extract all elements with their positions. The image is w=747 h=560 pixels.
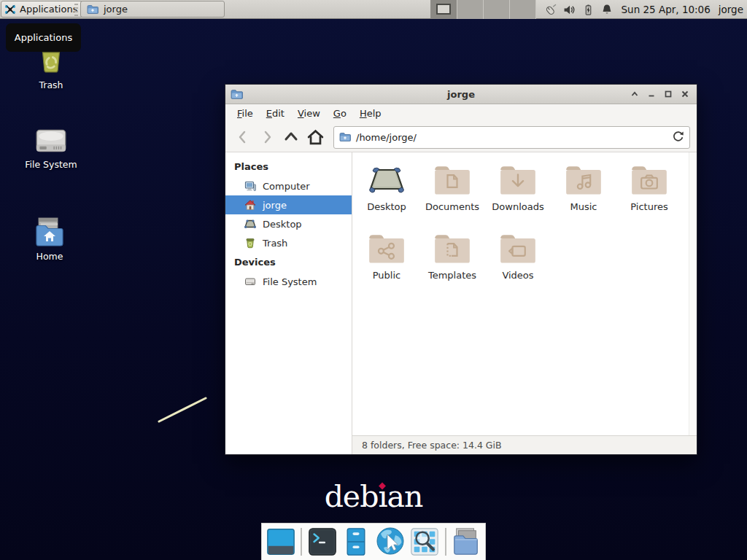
file-item-documents[interactable]: Documents: [419, 163, 485, 212]
desktop-icon-label: Home: [36, 251, 63, 262]
file-item-label: Documents: [425, 201, 479, 212]
file-item-public[interactable]: Public: [354, 231, 419, 281]
folder-documents-icon: [433, 163, 471, 196]
workspace-2[interactable]: [457, 0, 484, 19]
home-folder-icon: [32, 216, 67, 248]
folder-icon: [87, 4, 98, 15]
sidebar-item-computer[interactable]: Computer: [225, 176, 352, 195]
web-browser-button[interactable]: [374, 525, 406, 559]
up-button[interactable]: [280, 126, 302, 148]
sidebar-item-label: Trash: [263, 238, 287, 249]
sidebar-item-filesystem[interactable]: File System: [225, 272, 352, 291]
file-item-label: Desktop: [367, 201, 406, 212]
window-titlebar[interactable]: jorge: [225, 85, 697, 104]
file-item-label: Music: [570, 201, 597, 212]
main-column: Desktop Documents: [352, 152, 697, 454]
taskbar-window-button[interactable]: jorge: [80, 1, 225, 18]
desktop-icon-label: Trash: [39, 79, 63, 90]
file-manager-button[interactable]: [341, 525, 371, 559]
applications-icon: [4, 4, 16, 15]
volume-icon[interactable]: [563, 4, 576, 16]
applications-menu-label: Applications: [20, 4, 77, 15]
sidebar-item-label: Desktop: [263, 219, 302, 230]
window-title: jorge: [225, 89, 697, 100]
menubar: File Edit View Go Help: [225, 104, 697, 122]
file-item-label: Videos: [502, 270, 533, 281]
workspace-switcher[interactable]: [430, 0, 536, 19]
notification-bell-icon[interactable]: [601, 4, 614, 16]
tooltip-label: Applications: [15, 32, 72, 43]
mouse-device-icon[interactable]: [544, 4, 557, 16]
devices-header: Devices: [225, 252, 352, 272]
applications-tooltip: Applications: [6, 23, 81, 52]
desktop-large-icon: [368, 163, 406, 196]
folder-templates-icon: [433, 231, 471, 265]
panel-username[interactable]: jorge: [719, 4, 743, 15]
sidebar-item-trash[interactable]: Trash: [225, 233, 352, 252]
directory-menu-button[interactable]: [451, 525, 481, 559]
applications-menu-button[interactable]: Applications: [1, 1, 83, 18]
maximize-button[interactable]: [663, 89, 673, 99]
close-button[interactable]: [680, 89, 690, 99]
file-item-music[interactable]: Music: [551, 163, 616, 212]
toolbar: /home/jorge/: [225, 122, 697, 152]
menu-go[interactable]: Go: [327, 106, 353, 121]
panel-right-area: Sun 25 Apr, 10:06 jorge: [430, 0, 744, 19]
desktop-screen: Applications jorge: [0, 0, 747, 560]
file-item-videos[interactable]: Videos: [485, 231, 551, 281]
folder-public-icon: [368, 231, 406, 265]
battery-icon[interactable]: [582, 4, 595, 16]
reload-button[interactable]: [672, 130, 684, 144]
path-bar[interactable]: /home/jorge/: [333, 126, 690, 149]
folder-music-icon: [565, 163, 603, 196]
menu-edit[interactable]: Edit: [260, 106, 291, 121]
path-input[interactable]: /home/jorge/: [356, 132, 667, 143]
dock-separator: [301, 528, 302, 556]
show-desktop-icon: [266, 526, 296, 557]
workspace-1[interactable]: [431, 0, 457, 19]
desktop-icon-filesystem[interactable]: File System: [15, 127, 88, 170]
menu-view[interactable]: View: [291, 106, 327, 121]
panel-handle[interactable]: [74, 3, 78, 16]
directory-folder-icon: [451, 526, 481, 558]
top-panel: Applications jorge: [0, 0, 747, 19]
menu-help[interactable]: Help: [353, 106, 388, 121]
scrollbar-track[interactable]: [689, 152, 697, 435]
sidebar-item-desktop[interactable]: Desktop: [225, 214, 352, 233]
file-item-desktop[interactable]: Desktop: [354, 163, 419, 212]
file-item-pictures[interactable]: Pictures: [616, 163, 682, 212]
terminal-button[interactable]: [306, 525, 337, 559]
home-button[interactable]: [304, 126, 326, 148]
workspace-4[interactable]: [510, 0, 536, 19]
file-view[interactable]: Desktop Documents: [352, 152, 697, 435]
folder-downloads-icon: [499, 163, 537, 196]
workspace-window-preview: [436, 4, 451, 15]
file-item-templates[interactable]: Templates: [419, 231, 485, 281]
globe-browser-icon: [374, 526, 406, 558]
desktop-icon: [244, 218, 256, 230]
app-finder-icon: [409, 526, 440, 557]
forward-button[interactable]: [256, 126, 278, 148]
menu-file[interactable]: File: [231, 106, 260, 121]
minimize-button[interactable]: [646, 89, 657, 99]
folder-pictures-icon: [630, 163, 668, 196]
app-finder-button[interactable]: [409, 525, 440, 559]
workspace-3[interactable]: [484, 0, 510, 19]
drive-small-icon: [244, 276, 256, 287]
sidebar-item-jorge[interactable]: jorge: [225, 195, 352, 214]
file-item-label: Templates: [428, 270, 476, 281]
window-folder-icon: [231, 88, 243, 101]
logo-text-post: an: [387, 479, 423, 514]
back-button[interactable]: [232, 126, 254, 148]
dock-separator: [445, 528, 446, 556]
show-desktop-button[interactable]: [266, 525, 296, 559]
side-pane: Places Computer: [225, 152, 352, 454]
file-item-downloads[interactable]: Downloads: [485, 163, 551, 212]
desktop-icon-home[interactable]: Home: [13, 216, 86, 262]
shade-button[interactable]: [630, 89, 640, 99]
bottom-dock: [261, 523, 486, 560]
window-content: Places Computer: [225, 152, 697, 454]
sidebar-item-label: jorge: [263, 200, 287, 211]
debian-logo: debıan: [317, 478, 430, 515]
panel-clock[interactable]: Sun 25 Apr, 10:06: [622, 4, 711, 15]
